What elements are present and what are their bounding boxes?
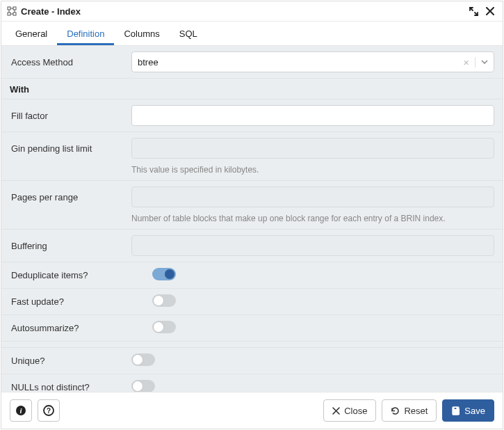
label-buffering: Buffering [10,241,131,251]
label-fill-factor: Fill factor [10,111,131,121]
reset-label: Reset [404,406,428,416]
index-icon [7,6,17,16]
row-fast-update: Fast update? [1,289,503,315]
unique-toggle[interactable] [131,353,155,366]
tab-definition[interactable]: Definition [57,22,114,45]
titlebar: Create - Index [1,1,503,22]
svg-text:?: ? [47,407,51,415]
save-icon [451,406,460,415]
clear-icon[interactable]: × [463,57,475,67]
close-button[interactable] [485,6,496,17]
access-method-value: btree [138,57,158,67]
label-autosummarize: Autosummarize? [10,323,131,333]
svg-rect-1 [13,7,16,10]
fast-update-toggle[interactable] [152,294,176,307]
section-break [1,341,503,348]
row-deduplicate: Deduplicate items? [1,262,503,289]
dialog-footer: i ? Close Reset Save [1,392,503,429]
reset-icon [391,406,400,415]
svg-rect-3 [13,13,16,15]
nulls-not-distinct-toggle[interactable] [131,380,155,392]
dialog-title: Create - Index [21,6,462,17]
label-gin-pending: Gin pending list limit [10,143,131,154]
row-unique: Unique? [1,348,503,374]
reset-button[interactable]: Reset [382,399,437,422]
tab-columns[interactable]: Columns [114,22,169,45]
gin-help-text: This value is specified in kilobytes. [1,161,503,181]
access-method-select[interactable]: btree × [131,51,494,72]
svg-rect-0 [8,7,10,10]
tab-general[interactable]: General [6,22,57,45]
close-dialog-button[interactable]: Close [323,399,376,422]
label-access-method: Access Method [10,57,131,67]
tabs: General Definition Columns SQL [1,22,503,46]
deduplicate-toggle[interactable] [152,268,176,280]
save-button[interactable]: Save [442,399,494,422]
autosummarize-toggle[interactable] [152,321,176,333]
close-label: Close [344,406,367,416]
maximize-button[interactable] [468,6,479,17]
gin-pending-input [131,138,494,159]
row-buffering: Buffering [1,230,503,262]
row-gin-pending: Gin pending list limit [1,132,503,161]
row-autosummarize: Autosummarize? [1,315,503,341]
label-unique: Unique? [10,356,131,366]
help-button[interactable]: ? [38,399,60,422]
buffering-input [131,235,494,256]
label-nulls-not-distinct: NULLs not distinct? [10,382,131,392]
svg-rect-10 [454,411,458,414]
row-pages-per-range: Pages per range [1,181,503,210]
row-nulls-not-distinct: NULLs not distinct? [1,374,503,392]
chevron-down-icon[interactable] [475,60,488,64]
pages-help-text: Number of table blocks that make up one … [1,209,503,230]
pages-per-range-input [131,186,494,207]
svg-rect-9 [454,407,457,409]
create-index-dialog: Create - Index General Definition Column… [1,1,503,429]
svg-rect-2 [8,13,10,15]
save-label: Save [464,406,485,416]
fill-factor-input[interactable] [131,105,494,126]
close-icon [332,407,340,415]
row-fill-factor: Fill factor [1,99,503,132]
label-deduplicate: Deduplicate items? [10,270,131,280]
with-header: With [1,79,503,99]
row-access-method: Access Method btree × [1,46,503,79]
info-button[interactable]: i [10,399,32,422]
tab-sql[interactable]: SQL [170,22,207,45]
label-pages-per-range: Pages per range [10,192,131,202]
label-fast-update: Fast update? [10,296,131,307]
dialog-body: Access Method btree × With Fill factor [1,46,503,392]
